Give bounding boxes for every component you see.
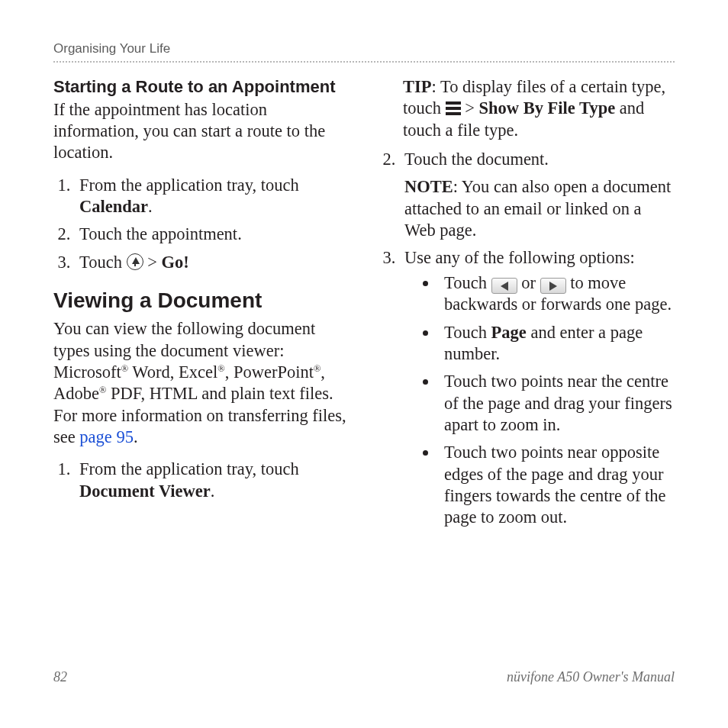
text: Touch bbox=[444, 273, 491, 292]
prev-page-icon bbox=[491, 278, 517, 294]
text: Word, Excel bbox=[128, 362, 217, 382]
text: . bbox=[148, 197, 153, 216]
manual-title: nüvifone A50 Owner's Manual bbox=[507, 669, 675, 685]
registered-mark: ® bbox=[121, 362, 128, 373]
option-zoom-out: Touch two points near opposite edges of … bbox=[438, 442, 675, 528]
note-block: NOTE: You can also open a document attac… bbox=[404, 176, 675, 241]
text: , PowerPoint bbox=[225, 362, 314, 382]
two-column-layout: Starting a Route to an Appointment If th… bbox=[53, 76, 675, 536]
registered-mark: ® bbox=[99, 385, 106, 395]
option-enter-page: Touch Page and enter a page number. bbox=[438, 322, 675, 366]
text: > bbox=[461, 98, 479, 118]
next-page-icon bbox=[540, 278, 566, 294]
registered-mark: ® bbox=[217, 362, 224, 373]
text: > bbox=[143, 253, 162, 272]
option-page-nav: Touch or to move backwards or forwards o… bbox=[438, 272, 675, 316]
route-step-1: From the application tray, touch Calenda… bbox=[75, 175, 350, 218]
doc-steps-left: From the application tray, touch Documen… bbox=[53, 459, 350, 502]
svg-marker-0 bbox=[501, 282, 508, 291]
document-intro: You can view the following document type… bbox=[53, 318, 350, 448]
route-step-3: Touch > Go! bbox=[75, 252, 350, 273]
calendar-label: Calendar bbox=[79, 197, 148, 216]
page-footer: 82 nüvifone A50 Owner's Manual bbox=[53, 669, 675, 685]
running-header: Organising Your Life bbox=[53, 41, 675, 63]
text: Use any of the following options: bbox=[404, 248, 635, 267]
doc-steps-right: Touch the document. NOTE: You can also o… bbox=[378, 149, 675, 529]
option-zoom-in: Touch two points near the centre of the … bbox=[438, 371, 675, 436]
right-column: TIP: To display files of a certain type,… bbox=[378, 76, 675, 536]
text: . bbox=[134, 427, 138, 446]
doc-step-3: Use any of the following options: Touch … bbox=[400, 247, 675, 528]
svg-marker-1 bbox=[549, 282, 557, 291]
text: Touch the document. bbox=[404, 150, 549, 169]
options-list: Touch or to move backwards or forwards o… bbox=[404, 272, 675, 529]
text: or bbox=[517, 273, 540, 292]
go-label: Go! bbox=[162, 253, 189, 272]
text: From the application tray, touch bbox=[79, 459, 299, 478]
menu-icon bbox=[446, 101, 461, 115]
route-step-2: Touch the appointment. bbox=[75, 224, 350, 245]
text: From the application tray, touch bbox=[79, 176, 299, 195]
tip-label: TIP bbox=[403, 77, 432, 96]
doc-step-2: Touch the document. NOTE: You can also o… bbox=[400, 149, 675, 241]
route-steps-list: From the application tray, touch Calenda… bbox=[53, 175, 350, 273]
left-column: Starting a Route to an Appointment If th… bbox=[53, 76, 350, 536]
show-by-file-type-label: Show By File Type bbox=[479, 98, 616, 118]
note-label: NOTE bbox=[404, 177, 453, 196]
page-label: Page bbox=[491, 323, 527, 342]
page-number: 82 bbox=[53, 669, 67, 685]
manual-page: Organising Your Life Starting a Route to… bbox=[0, 0, 728, 536]
text: Touch bbox=[444, 323, 491, 342]
section-heading-viewing-document: Viewing a Document bbox=[53, 287, 350, 314]
tip-block: TIP: To display files of a certain type,… bbox=[403, 76, 675, 141]
page-95-link[interactable]: page 95 bbox=[79, 427, 134, 446]
registered-mark: ® bbox=[314, 362, 321, 373]
text: Touch bbox=[79, 253, 127, 272]
text: . bbox=[211, 482, 215, 501]
navigate-icon bbox=[127, 253, 143, 270]
document-viewer-label: Document Viewer bbox=[79, 482, 211, 501]
subsection-heading-route: Starting a Route to an Appointment bbox=[53, 76, 350, 98]
doc-step-1: From the application tray, touch Documen… bbox=[75, 459, 350, 502]
route-intro: If the appointment has location informat… bbox=[53, 99, 350, 164]
